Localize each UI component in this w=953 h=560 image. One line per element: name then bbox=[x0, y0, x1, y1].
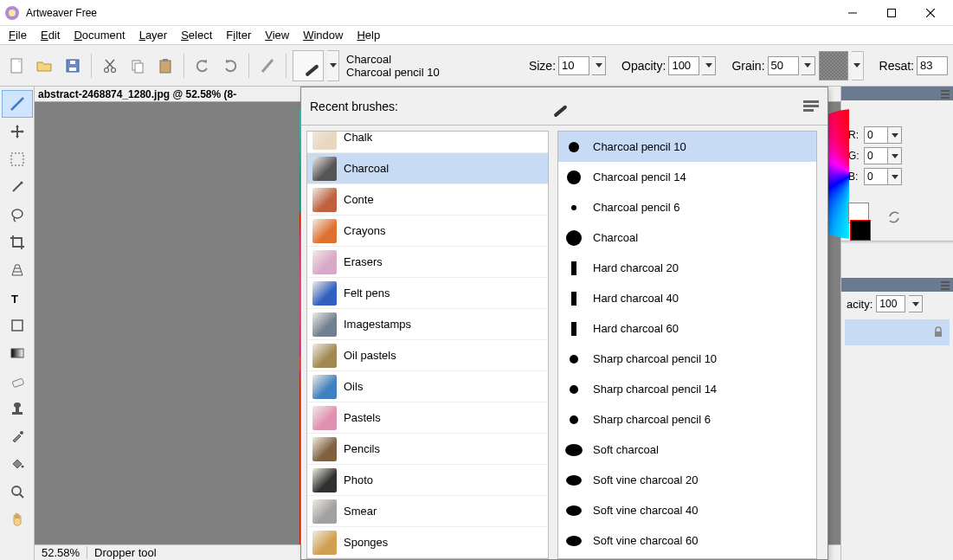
r-input[interactable] bbox=[864, 126, 888, 144]
opacity-input[interactable] bbox=[668, 56, 699, 75]
grain-texture-dropdown[interactable] bbox=[852, 51, 864, 80]
crop-tool[interactable] bbox=[2, 229, 33, 256]
brush-tool-shortcut[interactable] bbox=[255, 54, 280, 78]
bucket-tool[interactable] bbox=[2, 450, 33, 478]
layer-panel-header[interactable] bbox=[841, 278, 953, 292]
variant-item[interactable]: Charcoal bbox=[558, 222, 816, 253]
category-item[interactable]: Imagestamps bbox=[307, 309, 548, 340]
opacity-dropdown[interactable] bbox=[702, 56, 716, 75]
brush-category-list[interactable]: ChalkCharcoalConteCrayonsErasersFelt pen… bbox=[306, 131, 549, 559]
brush-variant-list[interactable]: Charcoal pencil 10Charcoal pencil 14Char… bbox=[557, 131, 817, 559]
shape-tool[interactable] bbox=[2, 312, 33, 339]
variant-item[interactable]: Charcoal pencil 10 bbox=[558, 132, 816, 162]
size-input[interactable] bbox=[558, 56, 589, 75]
stamp-tool[interactable] bbox=[2, 395, 33, 422]
rect-select-tool[interactable] bbox=[2, 145, 33, 173]
variant-item[interactable]: Soft vine charcoal 40 bbox=[558, 495, 816, 525]
category-item[interactable]: Erasers bbox=[307, 247, 548, 278]
menu-layer[interactable]: Layer bbox=[132, 27, 175, 43]
variant-item[interactable]: Soft vine charcoal 60 bbox=[558, 525, 816, 556]
menu-window[interactable]: Window bbox=[296, 27, 350, 43]
cut-button[interactable] bbox=[98, 54, 122, 78]
variant-item[interactable]: Sharp charcoal pencil 6 bbox=[558, 404, 816, 434]
close-button[interactable] bbox=[911, 1, 950, 25]
new-file-button[interactable] bbox=[5, 54, 29, 78]
b-input[interactable] bbox=[864, 168, 888, 185]
variant-item[interactable]: Charcoal pencil 14 bbox=[558, 162, 816, 192]
perspective-tool[interactable] bbox=[2, 256, 33, 284]
recent-brush-icon[interactable] bbox=[544, 94, 569, 119]
grain-input[interactable] bbox=[768, 56, 799, 75]
r-dropdown[interactable] bbox=[888, 126, 902, 144]
maximize-button[interactable] bbox=[872, 1, 911, 25]
brush-tool[interactable] bbox=[2, 90, 33, 118]
variant-item[interactable]: Hard charcoal 40 bbox=[558, 283, 816, 313]
panel-header[interactable] bbox=[841, 87, 953, 100]
category-item[interactable]: Chalk bbox=[307, 131, 548, 153]
layer-opacity-dropdown[interactable] bbox=[909, 295, 923, 312]
variant-item[interactable]: Soft vine charcoal 20 bbox=[558, 465, 816, 495]
category-item[interactable]: Pencils bbox=[307, 434, 548, 465]
grain-dropdown[interactable] bbox=[802, 56, 815, 75]
menu-edit[interactable]: Edit bbox=[34, 27, 67, 43]
g-input[interactable] bbox=[864, 147, 888, 164]
foreground-color-swatch[interactable] bbox=[850, 220, 871, 241]
category-item[interactable]: Charcoal bbox=[307, 153, 548, 184]
svg-point-11 bbox=[105, 68, 109, 72]
lasso-tool[interactable] bbox=[2, 201, 33, 229]
category-label: Erasers bbox=[344, 255, 383, 268]
grain-label: Grain: bbox=[731, 59, 764, 73]
open-file-button[interactable] bbox=[33, 54, 57, 78]
redo-button[interactable] bbox=[218, 54, 242, 78]
variant-item[interactable]: Sharp charcoal pencil 14 bbox=[558, 374, 816, 404]
g-dropdown[interactable] bbox=[888, 147, 902, 164]
category-item[interactable]: Pastels bbox=[307, 402, 548, 434]
zoom-tool[interactable] bbox=[2, 478, 33, 505]
menu-filter[interactable]: Filter bbox=[219, 27, 258, 43]
dropper-tool[interactable] bbox=[2, 422, 33, 450]
text-tool[interactable]: T bbox=[2, 284, 33, 312]
grain-texture-preview[interactable] bbox=[819, 51, 848, 80]
resat-input[interactable] bbox=[917, 56, 948, 75]
undo-button[interactable] bbox=[190, 54, 215, 78]
copy-button[interactable] bbox=[126, 54, 150, 78]
eraser-tool[interactable] bbox=[2, 367, 33, 395]
menu-select[interactable]: Select bbox=[174, 27, 219, 43]
size-dropdown[interactable] bbox=[592, 56, 606, 75]
category-label: Sponges bbox=[344, 536, 388, 549]
variant-item[interactable]: Hard charcoal 20 bbox=[558, 253, 816, 283]
category-item[interactable]: Felt pens bbox=[307, 278, 548, 309]
category-item[interactable]: Crayons bbox=[307, 216, 548, 247]
menu-file[interactable]: File bbox=[2, 27, 34, 43]
category-item[interactable]: Sponges bbox=[307, 527, 548, 558]
b-dropdown[interactable] bbox=[888, 168, 902, 185]
category-item[interactable]: Photo bbox=[307, 465, 548, 496]
variant-item[interactable]: Sharp charcoal pencil 10 bbox=[558, 344, 816, 374]
popup-options-icon[interactable] bbox=[803, 100, 819, 113]
menu-view[interactable]: View bbox=[258, 27, 296, 43]
svg-rect-18 bbox=[163, 59, 168, 61]
gradient-tool[interactable] bbox=[2, 339, 33, 367]
category-item[interactable]: Oils bbox=[307, 371, 548, 402]
menu-document[interactable]: Document bbox=[67, 27, 132, 43]
brush-category-dropdown[interactable] bbox=[327, 50, 339, 81]
variant-icon bbox=[563, 197, 584, 218]
menu-help[interactable]: Help bbox=[350, 27, 387, 43]
layer-opacity-input[interactable] bbox=[876, 295, 905, 312]
category-item[interactable]: Smear bbox=[307, 496, 548, 527]
brush-preview[interactable] bbox=[293, 50, 324, 81]
wand-tool[interactable] bbox=[2, 173, 33, 201]
category-item[interactable]: Oil pastels bbox=[307, 340, 548, 371]
move-tool[interactable] bbox=[2, 118, 33, 145]
category-item[interactable]: Conte bbox=[307, 184, 548, 216]
variant-item[interactable]: Soft charcoal bbox=[558, 434, 816, 465]
swap-colors-icon[interactable] bbox=[886, 209, 904, 227]
minimize-button[interactable] bbox=[833, 1, 872, 25]
svg-point-37 bbox=[12, 486, 21, 495]
variant-item[interactable]: Charcoal pencil 6 bbox=[558, 192, 816, 222]
layer-row[interactable] bbox=[845, 319, 950, 345]
hand-tool[interactable] bbox=[2, 505, 33, 533]
save-button[interactable] bbox=[61, 54, 85, 78]
variant-item[interactable]: Hard charcoal 60 bbox=[558, 313, 816, 344]
paste-button[interactable] bbox=[153, 54, 177, 78]
